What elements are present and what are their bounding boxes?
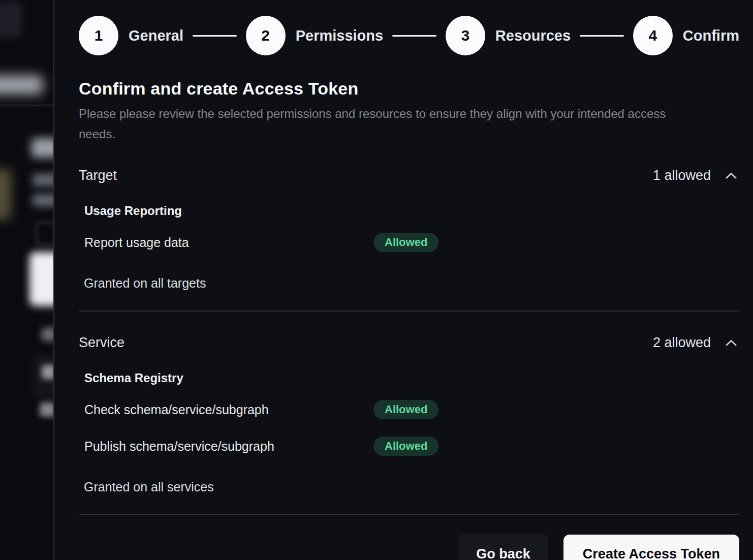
step-general[interactable]: 1 General <box>79 16 183 55</box>
step-permissions[interactable]: 2 Permissions <box>246 16 383 55</box>
section-name: Service <box>79 335 124 351</box>
step-number-badge: 1 <box>79 16 118 55</box>
permission-label: Check schema/service/subgraph <box>84 402 373 417</box>
section-header-service[interactable]: Service 2 allowed <box>79 335 739 351</box>
page-subtitle: Please please review the selected permis… <box>79 104 704 144</box>
allowed-count: 2 allowed <box>653 335 711 351</box>
status-badge-allowed: Allowed <box>373 400 438 419</box>
blurred-logo <box>0 1 22 38</box>
page-title: Confirm and create Access Token <box>79 79 739 99</box>
chevron-up-icon[interactable] <box>723 170 739 181</box>
step-label: Resources <box>495 27 571 44</box>
blurred-button <box>29 252 53 306</box>
permission-group-title: Usage Reporting <box>84 204 739 218</box>
create-access-token-button[interactable]: Create Access Token <box>563 535 739 560</box>
status-badge-allowed: Allowed <box>373 437 438 456</box>
modal-footer: Go back Create Access Token <box>79 534 739 560</box>
blurred-heading-fragment <box>32 138 53 158</box>
step-number-badge: 2 <box>246 16 286 55</box>
section-body-target: Usage Reporting Report usage data Allowe… <box>79 204 739 291</box>
step-connector-line <box>193 35 237 37</box>
permission-row: Check schema/service/subgraph Allowed <box>84 397 739 422</box>
create-access-token-modal: 1 General 2 Permissions 3 Resources 4 Co… <box>53 0 753 560</box>
granted-note: Granted on all targets <box>84 276 739 291</box>
permission-label: Report usage data <box>84 235 373 250</box>
step-number-badge: 4 <box>633 16 673 55</box>
chevron-up-icon[interactable] <box>723 337 739 348</box>
step-label: General <box>129 27 183 44</box>
blurred-warning-badge <box>0 169 11 220</box>
section-body-service: Schema Registry Check schema/service/sub… <box>79 371 739 494</box>
allowed-count: 1 allowed <box>653 168 711 183</box>
step-label: Confirm <box>683 27 739 44</box>
section-divider <box>79 310 739 312</box>
blurred-app-background <box>0 0 53 560</box>
step-label: Permissions <box>296 27 383 44</box>
go-back-button[interactable]: Go back <box>459 534 548 560</box>
step-confirm[interactable]: 4 Confirm <box>633 16 739 55</box>
section-name: Target <box>79 168 117 183</box>
step-resources[interactable]: 3 Resources <box>446 16 571 55</box>
wizard-stepper: 1 General 2 Permissions 3 Resources 4 Co… <box>79 16 739 55</box>
section-header-target[interactable]: Target 1 allowed <box>79 168 739 183</box>
blurred-nav-item <box>0 75 43 95</box>
step-connector-line <box>392 35 436 37</box>
blurred-code-block <box>36 222 53 245</box>
footer-divider <box>79 514 739 515</box>
permission-row: Report usage data Allowed <box>84 230 739 255</box>
permission-row: Publish schema/service/subgraph Allowed <box>84 434 739 458</box>
blurred-text-fragment <box>33 174 53 186</box>
step-number-badge: 3 <box>446 16 485 55</box>
granted-note: Granted on all services <box>84 480 739 494</box>
permission-group-title: Schema Registry <box>84 371 739 385</box>
blurred-divider <box>0 105 53 106</box>
blurred-text-fragment <box>33 194 53 206</box>
permission-label: Publish schema/service/subgraph <box>84 439 373 454</box>
blurred-text-fragment <box>42 328 53 341</box>
blurred-text-fragment <box>42 365 53 379</box>
step-connector-line <box>580 35 624 37</box>
status-badge-allowed: Allowed <box>373 233 438 252</box>
blurred-text-fragment <box>40 402 53 417</box>
